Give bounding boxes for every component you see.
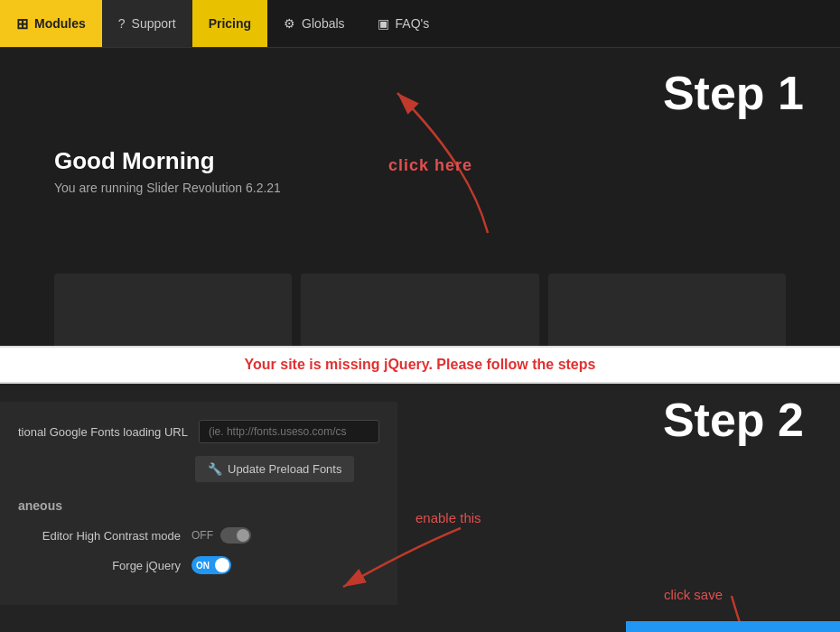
nav-faqs[interactable]: ▣ FAQ's: [361, 0, 446, 47]
forge-jquery-label: Forge jQuery: [18, 559, 181, 572]
warning-banner: Your site is missing jQuery. Please foll…: [0, 346, 840, 384]
high-contrast-toggle[interactable]: OFF: [191, 527, 251, 544]
question-icon: ?: [118, 16, 126, 31]
save-global-settings-button[interactable]: 💾 Save Global Settings: [626, 621, 840, 632]
grid-icon: ⊞: [16, 15, 28, 33]
warning-text: Your site is missing jQuery. Please foll…: [245, 357, 596, 372]
pricing-label: Pricing: [209, 16, 251, 31]
nav-support[interactable]: ? Support: [102, 0, 192, 47]
step2-label: Step 2: [663, 393, 804, 447]
forge-jquery-state: ON: [196, 561, 210, 571]
support-label: Support: [132, 16, 176, 31]
forge-jquery-thumb: [215, 558, 229, 572]
step2-area: Step 2 tional Google Fonts loading URL 🔧…: [0, 384, 840, 632]
modules-label: Modules: [34, 16, 86, 31]
nav-globals[interactable]: ⚙ Globals: [267, 0, 360, 47]
cards-row: [0, 274, 840, 346]
misc-section-title: aneous: [18, 498, 379, 513]
faq-icon: ▣: [378, 16, 389, 31]
greeting-block: Good Morning You are running Slider Revo…: [54, 147, 281, 195]
nav-modules[interactable]: ⊞ Modules: [0, 0, 102, 47]
gear-icon: ⚙: [284, 16, 295, 31]
faqs-label: FAQ's: [396, 16, 430, 31]
card-3: [548, 274, 786, 346]
enable-arrow: [316, 524, 479, 614]
step1-area: Step 1 Good Morning You are running Slid…: [0, 48, 840, 346]
google-fonts-label: tional Google Fonts loading URL: [18, 425, 188, 439]
forge-jquery-toggle[interactable]: ON: [191, 556, 231, 574]
greeting-subtitle: You are running Slider Revolution 6.2.21: [54, 181, 281, 195]
card-2: [301, 274, 538, 346]
click-here-label: click here: [388, 156, 472, 175]
top-navigation: ⊞ Modules ? Support Pricing ⚙ Globals ▣ …: [0, 0, 840, 48]
google-fonts-input[interactable]: [199, 420, 379, 443]
wrench-icon: 🔧: [208, 462, 222, 476]
forge-jquery-track[interactable]: ON: [191, 556, 231, 574]
high-contrast-state: OFF: [191, 529, 213, 542]
high-contrast-thumb: [237, 529, 249, 542]
card-1: [54, 274, 292, 346]
nav-pricing[interactable]: Pricing: [192, 0, 267, 47]
google-fonts-row: tional Google Fonts loading URL: [18, 420, 379, 443]
greeting-title: Good Morning: [54, 147, 281, 175]
update-fonts-label: Update Preload Fonts: [228, 462, 341, 476]
high-contrast-track[interactable]: [220, 527, 251, 544]
high-contrast-label: Editor High Contrast mode: [18, 529, 181, 543]
step1-label: Step 1: [663, 66, 804, 120]
update-fonts-button[interactable]: 🔧 Update Preload Fonts: [195, 456, 354, 482]
globals-label: Globals: [302, 16, 344, 31]
